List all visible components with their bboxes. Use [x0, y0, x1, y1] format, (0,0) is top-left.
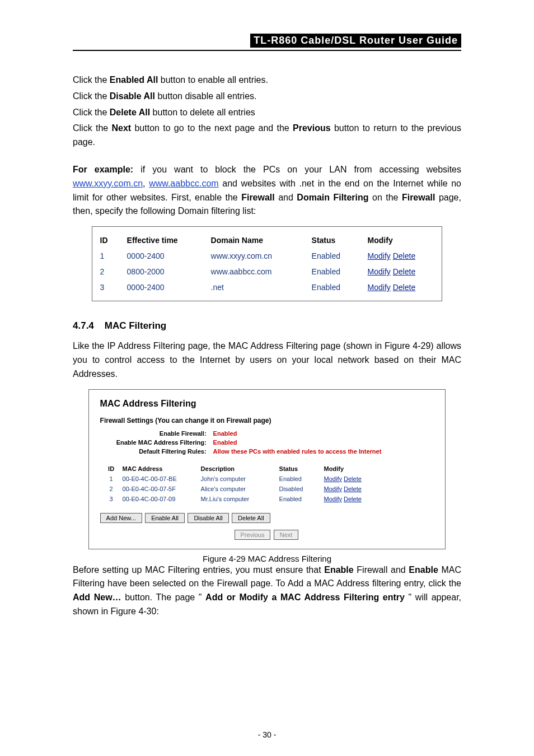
cell-status: Enabled [312, 251, 368, 260]
delete-link[interactable]: Delete [393, 267, 415, 276]
table-header-row: ID Effective time Domain Name Status Mod… [100, 232, 434, 248]
cell-time: 0800-2000 [127, 267, 211, 276]
cell-status: Enabled [279, 475, 324, 482]
mac-intro: Like the IP Address Filtering page, the … [73, 339, 461, 381]
modify-link[interactable]: Modify [368, 267, 391, 276]
cell-id: 3 [100, 283, 127, 292]
bold-label: Add New… [73, 592, 121, 602]
enable-all-button[interactable]: Enable All [145, 513, 185, 523]
cell-modify: Modify Delete [324, 486, 434, 492]
mac-intro-text: Like the IP Address Filtering page, the … [73, 339, 461, 381]
setting-label: Enable MAC Address Filtering: [100, 439, 213, 446]
modify-link[interactable]: Modify [368, 251, 391, 260]
modify-link[interactable]: Modify [324, 496, 342, 502]
example-link-2[interactable]: www.aabbcc.com [149, 179, 219, 188]
text: button disable all entries. [157, 91, 256, 101]
col-modify: Modify [368, 236, 434, 245]
cell-modify: Modify Delete [324, 496, 434, 502]
col-desc: Description [201, 465, 279, 472]
text: button. The page " [125, 592, 205, 602]
cell-domain: www.xxyy.com.cn [211, 251, 312, 260]
cell-domain: .net [211, 283, 312, 292]
setting-label: Default Filtering Rules: [100, 448, 213, 455]
delete-link[interactable]: Delete [393, 283, 415, 292]
delete-link[interactable]: Delete [344, 475, 362, 482]
bold-label: Enable [324, 565, 353, 575]
text: button to enable all entries. [161, 75, 268, 85]
page-number: - 30 - [0, 730, 534, 739]
cell-time: 0000-2400 [127, 251, 211, 260]
section-number: 4.7.4 [73, 320, 94, 331]
cell-modify: Modify Delete [368, 267, 434, 276]
page-header: TL-R860 Cable/DSL Router User Guide [73, 34, 461, 51]
bold-label: Enable [409, 565, 438, 575]
col-domain: Domain Name [211, 236, 312, 245]
delete-all-button[interactable]: Delete All [232, 513, 270, 523]
cell-status: Enabled [312, 283, 368, 292]
bold-label: Firewall [241, 193, 275, 202]
next-button[interactable]: Next [274, 530, 299, 540]
mac-panel-subtitle: Firewall Settings (You can change it on … [100, 417, 434, 424]
bold-label: Firewall [402, 193, 435, 202]
bold-label: Previous [293, 123, 331, 133]
table-row: 1 00-E0-4C-00-07-BE John's computer Enab… [100, 474, 434, 484]
cell-domain: www.aabbcc.com [211, 267, 312, 276]
setting-label: Enable Firewall: [100, 430, 213, 437]
cell-status: Enabled [312, 267, 368, 276]
mac-table-header: ID MAC Address Description Status Modify [100, 464, 434, 474]
section-heading: 4.7.4 MAC Filtering [73, 320, 461, 332]
col-status: Status [312, 236, 368, 245]
table-row: 2 00-E0-4C-00-07-5F Alice's computer Dis… [100, 484, 434, 494]
delete-link[interactable]: Delete [393, 251, 415, 260]
delete-link[interactable]: Delete [344, 486, 362, 492]
mac-pagination-row: Previous Next [100, 530, 434, 540]
delete-link[interactable]: Delete [344, 496, 362, 502]
text: Click the [73, 123, 111, 133]
cell-modify: Modify Delete [368, 251, 434, 260]
example-lead: For example: [73, 165, 133, 174]
mac-panel-title: MAC Address Filtering [100, 399, 434, 409]
table-row: 2 0800-2000 www.aabbcc.com Enabled Modif… [100, 264, 434, 279]
mac-button-row: Add New... Enable All Disable All Delete… [100, 513, 434, 523]
example-link-1[interactable]: www.xxyy.com.cn [73, 179, 143, 188]
text: Click the [73, 108, 110, 117]
text: on the [372, 193, 402, 202]
disable-all-button[interactable]: Disable All [188, 513, 228, 523]
text: , [143, 179, 149, 188]
cell-mac: 00-E0-4C-00-07-09 [123, 496, 201, 502]
setting-value: Enabled [213, 430, 237, 437]
col-mac: MAC Address [123, 465, 201, 472]
bold-label: Add or Modify a MAC Address Filtering en… [205, 592, 405, 602]
cell-desc: John's computer [201, 475, 279, 482]
table-row: 3 0000-2400 .net Enabled Modify Delete [100, 279, 434, 295]
cell-modify: Modify Delete [368, 283, 434, 292]
section-name: MAC Filtering [105, 320, 167, 331]
domain-filter-table: ID Effective time Domain Name Status Mod… [92, 226, 443, 301]
text: Firewall and [357, 565, 409, 575]
header-title: TL-R860 Cable/DSL Router User Guide [250, 34, 461, 48]
modify-link[interactable]: Modify [368, 283, 391, 292]
text: Click the [73, 91, 110, 101]
figure-caption: Figure 4-29 MAC Address Filtering [73, 554, 461, 563]
modify-link[interactable]: Modify [324, 475, 342, 482]
cell-id: 3 [100, 496, 123, 502]
previous-button[interactable]: Previous [235, 530, 271, 540]
cell-mac: 00-E0-4C-00-07-BE [123, 475, 201, 482]
cell-desc: Alice's computer [201, 486, 279, 492]
bold-label: Enabled All [110, 75, 158, 85]
modify-link[interactable]: Modify [324, 486, 342, 492]
text: Click the [73, 75, 110, 85]
bold-label: Delete All [110, 108, 150, 117]
cell-id: 2 [100, 486, 123, 492]
cell-id: 1 [100, 251, 127, 260]
setting-value: Allow these PCs with enabled rules to ac… [213, 448, 382, 455]
cell-time: 0000-2400 [127, 283, 211, 292]
add-new-button[interactable]: Add New... [100, 513, 142, 523]
cell-status: Disabled [279, 486, 324, 492]
outro-block: Before setting up MAC Filtering entries,… [73, 563, 461, 619]
col-status: Status [279, 465, 324, 472]
table-row: 1 0000-2400 www.xxyy.com.cn Enabled Modi… [100, 248, 434, 264]
setting-value: Enabled [213, 439, 237, 446]
text: Before setting up MAC Filtering entries,… [73, 565, 324, 575]
col-id: ID [100, 236, 127, 245]
